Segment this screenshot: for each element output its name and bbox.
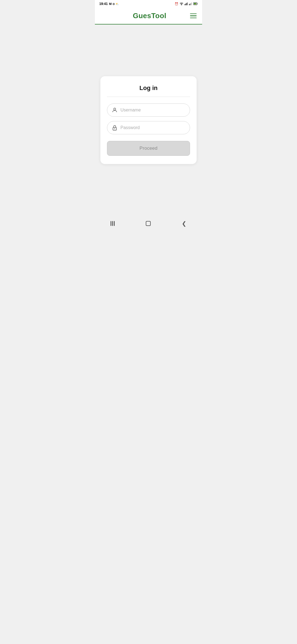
back-button[interactable]: ❮ xyxy=(176,219,192,228)
divider xyxy=(107,97,190,97)
navbar: GuesTool xyxy=(95,8,202,24)
main-content: Log in Proceed xyxy=(95,24,202,216)
status-bar: 19:41 M ⊙ ⛅ ⏰ xyxy=(95,0,202,8)
login-title: Log in xyxy=(107,84,190,92)
svg-rect-1 xyxy=(185,4,185,5)
app-title: GuesTool xyxy=(133,12,166,20)
password-input[interactable] xyxy=(120,125,185,130)
proceed-button[interactable]: Proceed xyxy=(107,141,190,156)
svg-point-14 xyxy=(114,128,115,129)
status-icons-right: ⏰ xyxy=(175,2,198,6)
svg-rect-3 xyxy=(186,3,187,5)
username-input[interactable] xyxy=(120,108,185,113)
phone-icon: ⊙ xyxy=(112,2,115,6)
home-icon xyxy=(146,221,151,226)
svg-text:⚡: ⚡ xyxy=(194,3,196,5)
svg-rect-4 xyxy=(187,2,188,5)
signal-icon-2 xyxy=(189,2,192,6)
svg-point-0 xyxy=(181,5,182,5)
login-card: Log in Proceed xyxy=(100,76,197,164)
username-input-group[interactable] xyxy=(107,103,190,117)
recent-icon xyxy=(111,221,115,226)
mail-icon: M xyxy=(109,2,112,6)
svg-rect-7 xyxy=(191,3,191,5)
bottom-nav: ❮ xyxy=(95,216,202,232)
alarm-icon: ⏰ xyxy=(175,2,178,6)
svg-rect-2 xyxy=(185,4,186,5)
battery-icon: ⚡ xyxy=(193,2,198,6)
svg-rect-8 xyxy=(191,2,192,5)
svg-point-12 xyxy=(114,108,116,110)
svg-rect-6 xyxy=(190,4,190,5)
status-time: 19:41 xyxy=(99,2,108,6)
menu-button[interactable] xyxy=(190,13,197,18)
back-icon: ❮ xyxy=(182,221,186,226)
home-button[interactable] xyxy=(140,219,156,228)
svg-rect-5 xyxy=(189,4,189,5)
status-icons-left: M ⊙ ⛅ xyxy=(109,2,119,6)
weather-icon: ⛅ xyxy=(116,2,119,6)
lock-icon xyxy=(112,125,118,131)
signal-icon-1 xyxy=(185,2,188,6)
recent-button[interactable] xyxy=(105,219,120,228)
user-icon xyxy=(112,107,118,113)
password-input-group[interactable] xyxy=(107,121,190,134)
wifi-icon xyxy=(180,2,183,6)
